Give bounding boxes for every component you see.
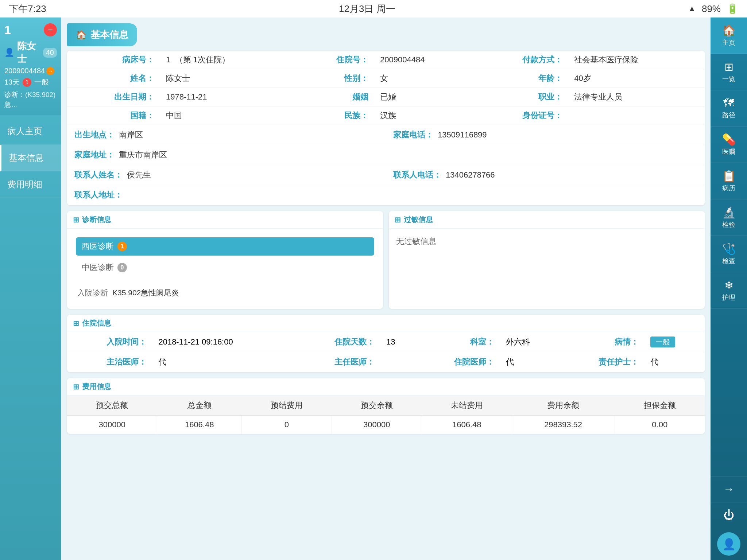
fee-table-header-row: 预交总额 总金额 预结费用 预交余额 未结费用 费用余额 担保金额 bbox=[67, 396, 705, 416]
fee-col-1: 预交总额 bbox=[67, 396, 157, 416]
home-icon: 🏠 bbox=[76, 30, 87, 40]
patient-id: 2009004484 bbox=[4, 67, 45, 75]
admission-no-value: 2009004484 bbox=[374, 51, 475, 69]
home-phone-row: 家庭电话： 13509116899 bbox=[386, 125, 705, 145]
user-fab[interactable]: 👤 bbox=[717, 532, 740, 556]
exam-nav-icon: 🩺 bbox=[722, 242, 736, 255]
chinese-count-badge: 0 bbox=[117, 263, 127, 272]
marital-label: 婚姻 bbox=[296, 88, 375, 106]
section-title: 基本信息 bbox=[90, 28, 128, 41]
fee-col-4: 预交余额 bbox=[332, 396, 422, 416]
grid-icon: ⊞ bbox=[73, 215, 79, 224]
home-address-row: 家庭地址： 重庆市南岸区 bbox=[67, 145, 705, 165]
right-nav-path[interactable]: 🗺 路径 bbox=[711, 90, 747, 127]
home-phone-label: 家庭电话： bbox=[393, 129, 433, 140]
minus-button[interactable]: − bbox=[44, 23, 57, 36]
bed-no-value: 1 （第 1次住院） bbox=[160, 51, 295, 69]
department-value: 外六科 bbox=[500, 332, 559, 352]
fee-val-3: 0 bbox=[241, 416, 332, 434]
diagnosis-header: ⊞ 诊断信息 bbox=[67, 211, 383, 229]
table-row: 姓名： 陈女士 性别： 女 年龄： 40岁 bbox=[67, 69, 705, 88]
nav-menu: 病人主页 基本信息 费用明细 bbox=[0, 115, 61, 201]
western-count-badge: 1 bbox=[117, 242, 127, 251]
fee-val-4: 300000 bbox=[332, 416, 422, 434]
right-nav-lab[interactable]: 🔬 检验 bbox=[711, 199, 747, 236]
hospital-days-label: 住院天数： bbox=[295, 332, 380, 352]
nurse-label: 责任护士： bbox=[559, 352, 644, 372]
right-nav-medicine[interactable]: 💊 医嘱 bbox=[711, 127, 747, 163]
basic-info-table: 病床号： 1 （第 1次住院） 住院号： 2009004484 付款方式： 社会… bbox=[67, 51, 705, 125]
right-nav-exam[interactable]: 🩺 检查 bbox=[711, 236, 747, 272]
allergy-card: ⊞ 过敏信息 无过敏信息 bbox=[389, 211, 705, 309]
table-row: 国籍： 中国 民族： 汉族 身份证号： bbox=[67, 106, 705, 125]
nurse-value: 代 bbox=[645, 352, 705, 372]
birth-place-label: 出生地点： bbox=[74, 129, 115, 140]
contact-name-row: 联系人姓名： 侯先生 bbox=[67, 165, 386, 185]
grid-icon-4: ⊞ bbox=[73, 382, 79, 391]
patient-age: 40 bbox=[43, 48, 57, 58]
history-nav-icon: 📋 bbox=[722, 170, 736, 182]
marital-value: 已婚 bbox=[374, 88, 475, 106]
chinese-medicine-tab[interactable]: 中医诊断 0 bbox=[76, 258, 374, 277]
status-date: 12月3日 周一 bbox=[339, 3, 395, 15]
occupation-value: 法律专业人员 bbox=[568, 88, 705, 106]
right-nav-history[interactable]: 📋 病历 bbox=[711, 163, 747, 199]
right-nav-main[interactable]: 🏠 主页 bbox=[711, 18, 747, 54]
battery-level: 89% bbox=[702, 3, 721, 15]
right-nav-nursing[interactable]: ❄ 护理 bbox=[711, 272, 747, 309]
fee-col-5: 未结费用 bbox=[422, 396, 512, 416]
id-number-value bbox=[568, 106, 705, 125]
admit-time-label: 入院时间： bbox=[67, 332, 152, 352]
diagnosis-allergy-section: ⊞ 诊断信息 西医诊断 1 中医诊断 0 bbox=[67, 211, 705, 309]
table-row: 主治医师： 代 主任医师： 住院医师： 代 责任护士： 代 bbox=[67, 352, 705, 372]
condition-level: 一般 bbox=[34, 77, 49, 87]
home-nav-icon: 🏠 bbox=[722, 24, 736, 37]
nav-item-home[interactable]: 病人主页 bbox=[0, 118, 61, 145]
chief-doctor-value bbox=[380, 352, 414, 372]
diag-type-label: 入院诊断 bbox=[77, 288, 108, 298]
condition-label: 病情： bbox=[559, 332, 644, 352]
allergy-header: ⊞ 过敏信息 bbox=[389, 211, 705, 229]
nav-item-basic[interactable]: 基本信息 bbox=[0, 145, 61, 171]
condition-badge: 一般 bbox=[650, 337, 675, 347]
pay-method-label: 付款方式： bbox=[475, 51, 568, 69]
main-content: 🏠 基本信息 病床号： 1 （第 1次住院） 住院号： 2009004484 付… bbox=[61, 18, 711, 560]
alert-badge: 1 bbox=[23, 78, 31, 87]
home-address-value: 重庆市南岸区 bbox=[119, 149, 167, 160]
western-medicine-tab[interactable]: 西医诊断 1 bbox=[76, 237, 374, 256]
navigate-icon[interactable]: → bbox=[46, 67, 54, 75]
power-button[interactable]: ⏻ bbox=[711, 502, 747, 528]
nav-item-fee[interactable]: 费用明细 bbox=[0, 171, 61, 198]
contact-info: 出生地点： 南岸区 家庭电话： 13509116899 家庭地址： 重庆市南岸区… bbox=[67, 125, 705, 205]
basic-info-card: 病床号： 1 （第 1次住院） 住院号： 2009004484 付款方式： 社会… bbox=[67, 51, 705, 205]
occupation-label: 职业： bbox=[475, 88, 568, 106]
fee-col-3: 预结费用 bbox=[241, 396, 332, 416]
right-nav: 🏠 主页 ⊞ 一览 🗺 路径 💊 医嘱 📋 病历 🔬 检验 🩺 检查 ❄ bbox=[711, 18, 747, 560]
birth-place-value: 南岸区 bbox=[119, 129, 143, 140]
ward-doctor-label: 住院医师： bbox=[414, 352, 500, 372]
path-nav-icon: 🗺 bbox=[723, 97, 734, 109]
age-value: 40岁 bbox=[568, 69, 705, 88]
right-nav-overview[interactable]: ⊞ 一览 bbox=[711, 54, 747, 90]
ethnicity-label: 民族： bbox=[296, 106, 375, 125]
diagnosis-card: ⊞ 诊断信息 西医诊断 1 中医诊断 0 bbox=[67, 211, 383, 309]
fee-val-1: 300000 bbox=[67, 416, 157, 434]
attending-doctor-value: 代 bbox=[152, 352, 295, 372]
birth-date-value: 1978-11-21 bbox=[160, 88, 295, 106]
birth-date-label: 出生日期： bbox=[67, 88, 160, 106]
nursing-nav-icon: ❄ bbox=[724, 279, 734, 292]
hospital-table: 入院时间： 2018-11-21 09:16:00 住院天数： 13 科室： 外… bbox=[67, 332, 705, 372]
logout-button[interactable]: → bbox=[711, 476, 747, 502]
wifi-icon: ▲ bbox=[688, 4, 696, 13]
contact-name-value: 侯先生 bbox=[127, 170, 151, 180]
contact-phone-row: 联系人电话： 13406278766 bbox=[386, 165, 705, 185]
fee-table: 预交总额 总金额 预结费用 预交余额 未结费用 费用余额 担保金额 300000… bbox=[67, 396, 705, 434]
diagnosis-detail: 入院诊断 K35.902急性阑尾炎 bbox=[71, 281, 379, 304]
home-address-label: 家庭地址： bbox=[74, 149, 115, 160]
bed-number: 1 bbox=[4, 23, 11, 37]
sidebar: 1 − 👤 陈女士 40 2009004484 → 13天 1 一般 诊断：(K… bbox=[0, 18, 61, 560]
fee-info-card: ⊞ 费用信息 预交总额 总金额 预结费用 预交余额 未结费用 费用余额 担保金额 bbox=[67, 378, 705, 434]
admission-no-label: 住院号： bbox=[296, 51, 375, 69]
ward-doctor-value: 代 bbox=[500, 352, 559, 372]
fee-info-header: ⊞ 费用信息 bbox=[67, 378, 705, 396]
